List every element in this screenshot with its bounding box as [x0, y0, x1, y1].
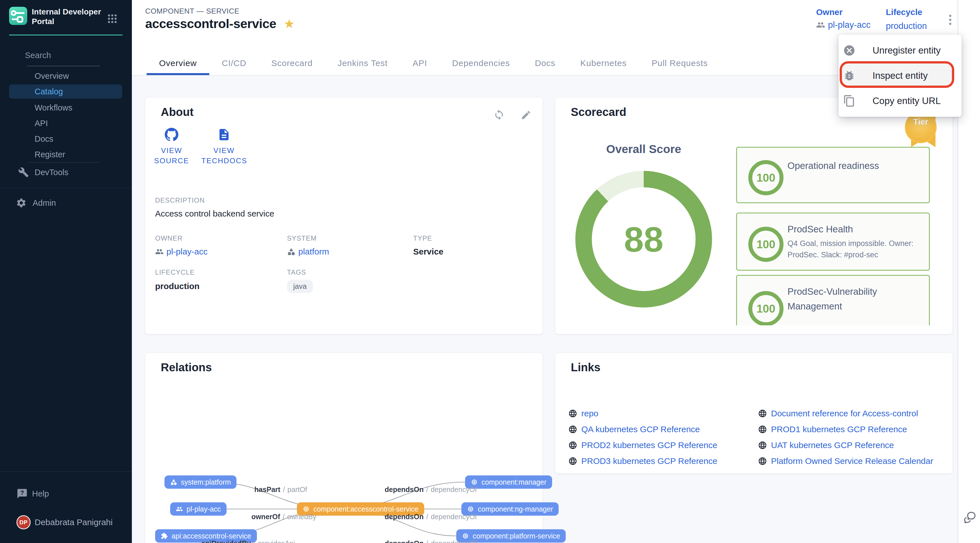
links-title: Links [571, 361, 600, 374]
sidebar-item-docs[interactable]: Docs [35, 134, 53, 144]
tab-jenkins-test[interactable]: Jenkins Test [325, 51, 400, 75]
sidebar-divider [27, 162, 100, 163]
tab-cicd[interactable]: CI/CD [209, 51, 259, 75]
scorecard-card: Scorecard Overall Score 88 100 Operation… [555, 98, 953, 334]
bug-icon [843, 70, 856, 82]
node-system-platform[interactable]: system:platform [164, 476, 237, 489]
sidebar-divider [0, 188, 132, 188]
active-nav-highlight [9, 84, 122, 98]
sidebar-item-catalog[interactable]: Catalog [35, 87, 63, 96]
more-options-icon[interactable] [943, 11, 957, 29]
tab-dependencies[interactable]: Dependencies [439, 51, 522, 75]
sidebar-item-devtools[interactable]: DevTools [35, 168, 68, 177]
tab-pull-requests[interactable]: Pull Requests [639, 51, 720, 75]
component-icon [471, 479, 478, 486]
tab-scorecard[interactable]: Scorecard [259, 51, 325, 75]
score-value: 100 [757, 171, 776, 184]
search-underline [27, 66, 100, 66]
portal-logo-icon [9, 7, 27, 25]
link-release-calendar[interactable]: Platform Owned Service Release Calendar [758, 456, 933, 466]
component-icon [302, 506, 310, 513]
favorite-star-icon[interactable]: ★ [283, 17, 294, 30]
overall-score-donut: 88 [575, 171, 712, 308]
owner-field-link[interactable]: pl-play-acc [155, 247, 208, 256]
description-label: DESCRIPTION [155, 196, 205, 204]
about-title: About [161, 106, 194, 119]
link-prod2-kubernetes[interactable]: PROD2 kubernetes GCP Reference [568, 440, 718, 450]
menu-item-copy-entity-url[interactable]: Copy entity URL [838, 89, 962, 113]
owner-link[interactable]: pl-play-acc [816, 20, 870, 30]
owner-field-label: OWNER [155, 234, 183, 242]
sidebar-search [18, 49, 100, 62]
system-field-link[interactable]: platform [287, 247, 329, 256]
component-icon [467, 506, 474, 513]
score-card-operational-readiness[interactable]: 100 Operational readiness [736, 147, 930, 203]
globe-icon [758, 425, 767, 434]
score-card-prodsec-vulnerability[interactable]: 100 ProdSec-Vulnerability Management [736, 275, 930, 325]
help-icon [16, 488, 28, 499]
edge-label: dependsOn/dependencyOf [385, 513, 477, 521]
sidebar: Internal Developer Portal Overview Catal… [0, 0, 132, 543]
tab-kubernetes[interactable]: Kubernetes [568, 51, 639, 75]
app-root: Internal Developer Portal Overview Catal… [0, 0, 980, 543]
component-icon [462, 532, 469, 540]
github-icon [165, 128, 178, 141]
link-repo[interactable]: repo [568, 409, 598, 418]
tab-api[interactable]: API [400, 51, 439, 75]
portal-logo[interactable] [9, 7, 27, 25]
sidebar-item-register[interactable]: Register [35, 150, 65, 159]
globe-icon [758, 457, 767, 466]
system-icon [287, 248, 296, 256]
about-card: About VIEW SOURCE VIEW TECHDOCS DESCRIPT… [145, 98, 542, 334]
lifecycle-field-value: production [155, 281, 200, 291]
relations-card: Relations system:platform pl-play-acc [145, 353, 542, 543]
tag-chip[interactable]: java [287, 280, 313, 293]
score-card-prodsec-health[interactable]: 100 ProdSec Health Q4 Goal, mission impo… [736, 213, 930, 271]
view-source-link[interactable]: VIEW SOURCE [149, 128, 194, 166]
user-avatar[interactable]: DP [16, 515, 30, 529]
tab-overview[interactable]: Overview [146, 51, 209, 75]
tab-docs[interactable]: Docs [522, 51, 568, 75]
sidebar-item-help[interactable]: Help [32, 489, 49, 499]
copy-icon [843, 95, 856, 107]
edit-icon[interactable] [520, 110, 531, 121]
entity-kind: COMPONENT — SERVICE [145, 7, 239, 16]
sidebar-item-api[interactable]: API [35, 119, 48, 128]
edge-label: dependsOn/dependencyOf [385, 486, 477, 494]
menu-item-inspect-entity[interactable]: Inspect entity [838, 63, 962, 88]
link-prod1-kubernetes[interactable]: PROD1 kubernetes GCP Reference [758, 424, 907, 434]
type-field-label: TYPE [413, 234, 432, 242]
feedback-chat-icon[interactable] [963, 510, 977, 525]
people-icon [176, 506, 183, 513]
globe-icon [568, 441, 578, 450]
node-pl-play-acc[interactable]: pl-play-acc [170, 502, 227, 516]
apps-grid-icon[interactable] [107, 13, 118, 24]
tabs-divider [132, 75, 958, 76]
sidebar-item-workflows[interactable]: Workflows [35, 103, 72, 113]
link-document-reference[interactable]: Document reference for Access-control [758, 409, 918, 418]
search-input[interactable] [24, 51, 132, 60]
score-title: ProdSec-Vulnerability Management [788, 284, 916, 314]
api-icon [161, 532, 168, 540]
people-icon [155, 248, 164, 256]
edge-label: hasPart/partOf [255, 486, 307, 494]
user-name[interactable]: Debabrata Panigrahi [35, 518, 113, 527]
link-uat-kubernetes[interactable]: UAT kubernetes GCP Reference [758, 440, 894, 450]
edge-label: dependsOn/dependencyOf [385, 539, 477, 543]
page-title: accesscontrol-service [145, 16, 276, 31]
globe-icon [568, 425, 578, 434]
sidebar-item-admin[interactable]: Admin [33, 198, 56, 208]
link-qa-kubernetes[interactable]: QA kubernetes GCP Reference [568, 424, 700, 434]
view-techdocs-link[interactable]: VIEW TECHDOCS [201, 128, 247, 166]
globe-icon [758, 409, 767, 418]
node-component-manager[interactable]: component:manager [465, 476, 552, 489]
menu-item-unregister-entity[interactable]: Unregister entity [838, 38, 962, 63]
score-title: ProdSec Health [788, 222, 921, 237]
scorecard-title: Scorecard [571, 106, 627, 119]
link-prod3-kubernetes[interactable]: PROD3 kubernetes GCP Reference [568, 456, 718, 466]
sidebar-item-overview[interactable]: Overview [35, 71, 69, 81]
refresh-icon[interactable] [493, 109, 505, 121]
sidebar-divider [0, 471, 132, 472]
score-list: 100 Operational readiness 100 ProdSec He… [736, 144, 932, 325]
brand-divider [9, 35, 123, 35]
